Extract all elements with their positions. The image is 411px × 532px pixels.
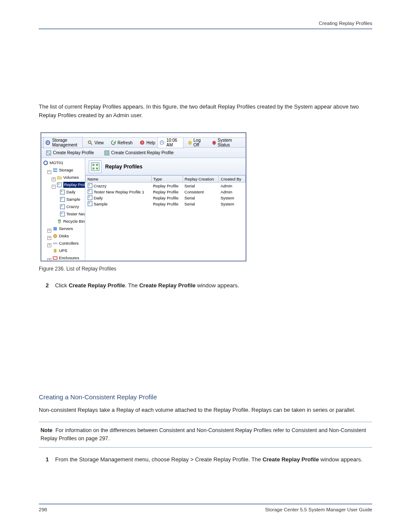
- svg-rect-29: [53, 227, 57, 230]
- svg-rect-24: [60, 205, 65, 209]
- tree-rp-child[interactable]: Crazzy: [60, 204, 79, 210]
- ups-icon: [53, 248, 58, 253]
- help-button[interactable]: ? Help: [137, 139, 158, 146]
- svg-rect-26: [60, 212, 65, 216]
- tree-rp-child[interactable]: Tester New: [60, 211, 85, 217]
- tree-rp-child-label: Daily: [66, 189, 75, 195]
- tree-storage[interactable]: Storage: [53, 167, 73, 173]
- svg-rect-49: [88, 196, 92, 200]
- view-label: View: [94, 140, 104, 145]
- tree-servers[interactable]: Servers: [53, 226, 73, 232]
- replay-profile-icon: [87, 189, 93, 194]
- table-row[interactable]: Tester New Replay Profile 1Replay Profil…: [86, 189, 246, 195]
- step1-tail: . The: [248, 456, 262, 463]
- svg-rect-14: [107, 153, 109, 154]
- svg-rect-51: [88, 202, 92, 206]
- svg-rect-52: [89, 202, 90, 204]
- procedure-step-1: 1 From the Storage Management menu, choo…: [46, 455, 372, 464]
- svg-rect-40: [91, 162, 99, 170]
- note-text: For information on the differences betwe…: [40, 427, 366, 442]
- expand-toggle[interactable]: +: [47, 243, 51, 247]
- tree-storage-label: Storage: [59, 167, 73, 173]
- refresh-label: Refresh: [118, 140, 133, 145]
- system-status-button[interactable]: System Status: [210, 137, 244, 148]
- tree-volumes[interactable]: Volumes: [57, 174, 79, 180]
- content-title: Replay Profiles: [105, 164, 143, 170]
- enclosure-icon: [53, 255, 58, 261]
- expand-toggle[interactable]: +: [47, 258, 51, 261]
- screenshot-window: Storage Management View Refresh ?: [40, 132, 246, 261]
- logoff-button[interactable]: Log Off: [186, 137, 208, 148]
- tree-rp-child[interactable]: Sample: [60, 196, 80, 202]
- row-type: Replay Profile: [151, 201, 183, 207]
- svg-rect-21: [61, 191, 62, 192]
- svg-rect-50: [89, 196, 90, 198]
- replay-profile-large-icon: [89, 160, 102, 173]
- expand-toggle[interactable]: +: [47, 236, 51, 240]
- svg-rect-27: [61, 213, 62, 214]
- row-rc: Serial: [183, 195, 219, 201]
- step-bold-1: Create Replay Profile: [68, 282, 125, 289]
- svg-rect-11: [106, 151, 107, 152]
- tree-root[interactable]: MGT01: [43, 160, 63, 166]
- expand-toggle[interactable]: −: [47, 170, 51, 174]
- row-name: Daily: [94, 196, 103, 200]
- recycle-icon: [57, 219, 62, 224]
- step-2: 2 Click Create Replay Profile. The Creat…: [46, 281, 372, 290]
- tree-rp-child-label: Tester New: [66, 211, 85, 217]
- create-replay-profile-button[interactable]: Create Replay Profile: [44, 149, 96, 156]
- svg-line-3: [90, 143, 92, 145]
- tree-disks[interactable]: Disks: [53, 233, 69, 239]
- step1-bold: Create Replay Profile: [262, 456, 319, 463]
- tree-rp-child-label: Crazzy: [66, 204, 79, 210]
- expand-toggle[interactable]: +: [47, 229, 51, 233]
- col-created-by[interactable]: Created By: [219, 176, 246, 183]
- table-row[interactable]: SampleReplay ProfileSerialSystem: [86, 201, 246, 207]
- tree-replay-profiles[interactable]: Replay Profiles: [57, 182, 85, 188]
- clock-indicator: 10:06 AM: [157, 137, 184, 148]
- subsection-heading: Creating a Non-Consistent Replay Profile: [39, 393, 372, 401]
- tree-servers-label: Servers: [59, 226, 73, 232]
- refresh-button[interactable]: Refresh: [109, 139, 135, 146]
- replay-profiles-table[interactable]: Name Type Replay Creation Created By Cra…: [85, 175, 246, 207]
- step-number: 2: [46, 281, 53, 290]
- tree-enclosures-label: Enclosures: [59, 255, 79, 261]
- svg-rect-23: [61, 198, 62, 199]
- tree-controllers-label: Controllers: [59, 240, 79, 246]
- svg-rect-17: [53, 171, 57, 172]
- col-type[interactable]: Type: [151, 176, 183, 183]
- view-menu[interactable]: View: [85, 139, 106, 146]
- tree-panel[interactable]: MGT01 − Storage +: [41, 158, 85, 261]
- col-name[interactable]: Name: [86, 176, 152, 183]
- tree-recycle-bin[interactable]: Recycle Bin: [57, 218, 85, 224]
- step1-menupath: Replay > Create Replay Profile: [171, 456, 249, 463]
- row-by: Admin: [219, 189, 246, 195]
- help-label: Help: [146, 140, 156, 145]
- col-replay-creation[interactable]: Replay Creation: [183, 176, 219, 183]
- svg-point-1: [47, 142, 49, 143]
- step1-lead: From the Storage Management menu, choose: [55, 456, 171, 463]
- doc-title: Storage Center 5.5 System Manager User G…: [265, 507, 372, 512]
- svg-rect-42: [96, 164, 98, 166]
- status-label: System Status: [218, 138, 242, 147]
- tree-controllers[interactable]: Controllers: [53, 240, 79, 246]
- replay-profile-icon: [60, 190, 65, 195]
- tree-ups[interactable]: UPS: [53, 248, 68, 254]
- page-number: 298: [39, 507, 47, 512]
- svg-point-2: [88, 141, 91, 143]
- row-rc: Serial: [183, 201, 219, 207]
- table-row[interactable]: DailyReplay ProfileSerialSystem: [86, 195, 246, 201]
- replay-profile-icon: [87, 201, 93, 206]
- expand-toggle[interactable]: +: [52, 177, 56, 181]
- tree-rp-child[interactable]: Daily: [60, 189, 75, 195]
- table-row[interactable]: CrazzyReplay ProfileSerialAdmin: [86, 183, 246, 189]
- svg-rect-19: [58, 184, 59, 185]
- replay-profile-icon: [87, 195, 93, 200]
- svg-rect-34: [53, 257, 57, 259]
- controller-icon: [53, 241, 58, 246]
- expand-toggle[interactable]: −: [52, 185, 56, 189]
- storage-management-menu[interactable]: Storage Management: [43, 137, 83, 148]
- create-consistent-replay-profile-button[interactable]: Create Consistent Replay Profile: [102, 149, 176, 156]
- tree-enclosures[interactable]: Enclosures: [53, 255, 79, 261]
- tree-rp-child-label: Sample: [66, 196, 80, 202]
